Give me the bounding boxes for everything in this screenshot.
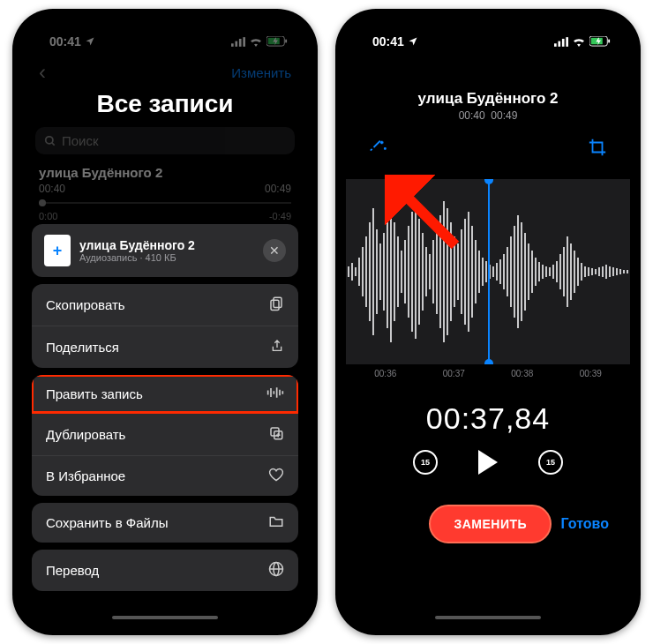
annotation-arrow bbox=[385, 175, 473, 254]
sheet-header: + улица Будённого 2 Аудиозапись · 410 КБ… bbox=[32, 224, 298, 277]
wifi-icon bbox=[572, 36, 586, 47]
svg-rect-9 bbox=[274, 297, 281, 307]
back-chevron-icon[interactable]: ‹ bbox=[39, 60, 46, 85]
recording-item[interactable]: улица Будённого 2 00:40 00:49 0:00 -0:49 bbox=[23, 165, 307, 221]
time-ruler: 00:36 00:37 00:38 00:39 bbox=[346, 364, 630, 382]
signal-icon bbox=[231, 37, 245, 47]
svg-point-7 bbox=[46, 136, 53, 143]
action-label: Дублировать bbox=[46, 427, 125, 442]
home-indicator[interactable] bbox=[112, 616, 218, 619]
svg-rect-2 bbox=[239, 38, 242, 46]
location-icon bbox=[408, 36, 418, 47]
battery-icon bbox=[589, 36, 611, 47]
location-icon bbox=[85, 36, 95, 47]
svg-rect-26 bbox=[562, 38, 565, 46]
globe-icon bbox=[268, 561, 284, 580]
battery-icon bbox=[266, 36, 288, 47]
action-edit-recording[interactable]: Править запись bbox=[32, 375, 298, 413]
action-label: Скопировать bbox=[46, 297, 125, 312]
action-save-files[interactable]: Сохранить в Файлы bbox=[32, 503, 298, 543]
play-button[interactable] bbox=[478, 450, 498, 475]
signal-icon bbox=[554, 37, 568, 47]
svg-rect-10 bbox=[271, 300, 279, 310]
share-icon bbox=[270, 338, 284, 356]
svg-rect-6 bbox=[285, 40, 287, 43]
skip-back-button[interactable]: 15 bbox=[413, 450, 438, 475]
document-icon: + bbox=[44, 235, 71, 266]
action-label: В Избранное bbox=[46, 468, 125, 483]
svg-rect-25 bbox=[558, 41, 560, 46]
enhance-icon[interactable] bbox=[369, 138, 388, 161]
action-label: Поделиться bbox=[46, 340, 119, 355]
svg-rect-3 bbox=[243, 37, 245, 47]
skip-fwd-button[interactable]: 15 bbox=[538, 450, 563, 475]
svg-rect-27 bbox=[566, 37, 568, 47]
duplicate-icon bbox=[268, 425, 284, 444]
action-label: Править запись bbox=[46, 386, 143, 401]
current-time: 00:37,84 bbox=[346, 401, 630, 436]
svg-line-8 bbox=[52, 142, 55, 145]
svg-rect-0 bbox=[231, 43, 234, 47]
edit-title: улица Будённого 2 bbox=[346, 90, 630, 108]
recording-pos: 00:40 bbox=[39, 183, 65, 195]
action-copy[interactable]: Скопировать bbox=[32, 284, 298, 326]
home-indicator[interactable] bbox=[435, 616, 541, 619]
scrubber[interactable] bbox=[39, 202, 291, 204]
page-title: Все записи bbox=[23, 90, 307, 118]
crop-icon[interactable] bbox=[588, 138, 607, 161]
clock: 00:41 bbox=[372, 34, 404, 49]
action-label: Сохранить в Файлы bbox=[46, 515, 169, 530]
edit-link[interactable]: Изменить bbox=[231, 65, 291, 80]
clock: 00:41 bbox=[49, 34, 81, 49]
svg-rect-24 bbox=[554, 43, 557, 47]
waveform-icon bbox=[266, 386, 284, 401]
svg-rect-1 bbox=[235, 41, 237, 46]
done-button[interactable]: Готово bbox=[561, 516, 609, 532]
copy-icon bbox=[268, 296, 284, 314]
action-share[interactable]: Поделиться bbox=[32, 326, 298, 368]
svg-rect-30 bbox=[608, 40, 610, 43]
search-icon bbox=[44, 135, 56, 147]
close-icon[interactable]: ✕ bbox=[263, 239, 286, 262]
svg-line-35 bbox=[395, 185, 455, 245]
recording-dur: 00:49 bbox=[265, 183, 291, 195]
action-duplicate[interactable]: Дублировать bbox=[32, 413, 298, 455]
search-input[interactable]: Поиск bbox=[35, 127, 295, 154]
sheet-file-name: улица Будённого 2 bbox=[79, 238, 254, 252]
playhead[interactable] bbox=[488, 179, 490, 364]
search-placeholder: Поиск bbox=[62, 133, 99, 148]
action-translate[interactable]: Перевод bbox=[32, 550, 298, 591]
elapsed-label: 0:00 bbox=[39, 211, 57, 221]
action-favorite[interactable]: В Избранное bbox=[32, 455, 298, 496]
replace-button[interactable]: ЗАМЕНИТЬ bbox=[429, 505, 552, 543]
wifi-icon bbox=[249, 36, 263, 47]
recording-title: улица Будённого 2 bbox=[39, 165, 291, 180]
heart-icon bbox=[268, 468, 284, 484]
action-label: Перевод bbox=[46, 563, 99, 578]
sheet-file-meta: Аудиозапись · 410 КБ bbox=[79, 252, 254, 263]
remain-label: -0:49 bbox=[269, 211, 291, 221]
folder-icon bbox=[268, 514, 284, 531]
edit-subtitle: 00:40 00:49 bbox=[346, 109, 630, 122]
